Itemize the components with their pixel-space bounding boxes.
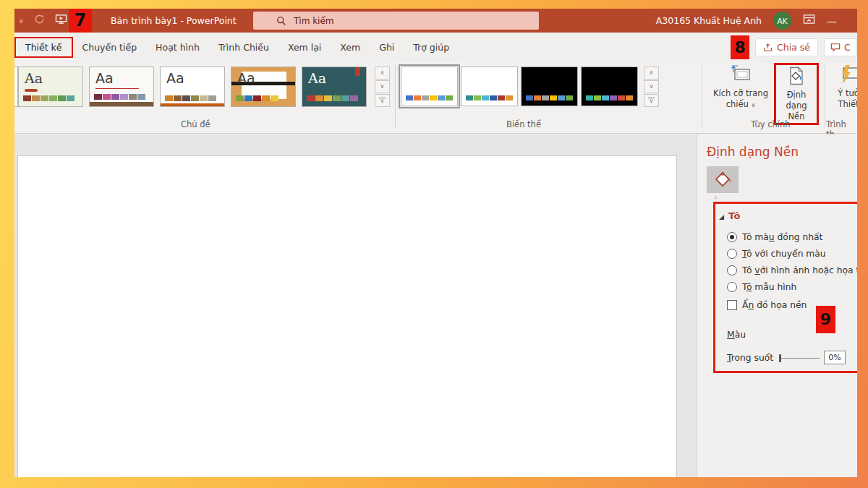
variants-group-label: Biến thể — [506, 119, 541, 129]
work-area: Định dạng Nền ∧ ◢Tô Tô màu đồng — [14, 134, 857, 477]
title-bar: ∨ 7 Bản trình bày1 - PowerPoint Tìm kiếm… — [14, 9, 857, 33]
theme-thumbnail[interactable]: Aa — [18, 67, 83, 107]
customize-group-label: Tùy chỉnh — [751, 119, 791, 129]
document-title: Bản trình bày1 - PowerPoint — [111, 9, 237, 33]
transparency-value-field[interactable]: 0% — [824, 351, 846, 364]
redo-icon[interactable] — [34, 14, 45, 27]
variant-thumbnail[interactable] — [581, 67, 638, 106]
group-separator — [825, 64, 825, 128]
checkbox-icon[interactable] — [727, 300, 737, 310]
theme-thumbnail[interactable]: Aa — [89, 67, 154, 107]
themes-scroll-up-icon[interactable]: ∧ — [375, 67, 390, 80]
transparency-label: Trong suốt — [727, 353, 773, 363]
slide-canvas[interactable] — [17, 155, 677, 477]
transparency-slider[interactable] — [779, 354, 820, 362]
search-bar[interactable]: Tìm kiếm — [253, 12, 539, 30]
paint-bucket-icon — [712, 170, 733, 190]
group-separator — [702, 64, 702, 128]
slide-size-label-line1: Kích cỡ trang — [713, 88, 768, 99]
theme-swatches — [165, 95, 216, 101]
tab-thiet-ke[interactable]: Thiết kế — [14, 37, 73, 58]
account-name[interactable]: A30165 Khuất Huệ Anh — [656, 15, 762, 26]
theme-thumbnail[interactable]: Aa — [231, 67, 296, 107]
avatar[interactable]: AK — [773, 12, 791, 30]
theme-swatches — [94, 94, 145, 100]
powerpoint-window: ∨ 7 Bản trình bày1 - PowerPoint Tìm kiếm… — [14, 9, 857, 477]
option-gradient-fill[interactable]: Tô với chuyển màu — [727, 249, 826, 259]
theme-swatches — [307, 95, 358, 101]
variant-swatches — [586, 95, 633, 100]
variants-gallery-scrollbar: ∧ ∨ ∨ — [644, 67, 659, 107]
tab-hoat-hinh[interactable]: Hoạt hình — [146, 38, 209, 56]
tab-tro-giup[interactable]: Trợ giúp — [404, 38, 459, 56]
variant-thumbnail-selected[interactable] — [401, 67, 458, 106]
theme-swatches — [236, 95, 278, 101]
option-solid-fill[interactable]: Tô màu đồng nhất — [727, 232, 822, 242]
option-hide-background-graphics[interactable]: Ẩn đồ họa nền — [727, 300, 807, 310]
variants-scroll-up-icon[interactable]: ∧ — [644, 67, 659, 80]
share-icon — [763, 43, 773, 52]
design-ideas-button[interactable]: Ý tưở Thiết — [830, 65, 857, 110]
design-ideas-icon — [838, 65, 857, 84]
theme-swatches — [23, 95, 75, 101]
share-label: Chia sẻ — [777, 42, 810, 53]
option-picture-texture-fill[interactable]: Tô với hình ảnh hoặc họa tiết — [727, 265, 857, 275]
annotation-8: 8 — [731, 35, 749, 59]
radio-icon[interactable] — [727, 249, 737, 259]
annotation-7: 7 — [69, 9, 92, 33]
radio-selected-icon[interactable] — [727, 232, 737, 242]
fill-bucket-button[interactable] — [707, 166, 739, 193]
format-background-button[interactable]: Định dạng Nền — [774, 63, 819, 125]
variants-scroll-down-icon[interactable]: ∨ — [644, 80, 659, 93]
variant-thumbnail[interactable] — [461, 67, 518, 106]
panel-title: Định dạng Nền — [707, 145, 799, 159]
variants-gallery-expand-icon[interactable]: ∨ — [644, 94, 659, 107]
slide-size-icon — [731, 65, 751, 84]
theme-thumbnail[interactable]: Aa — [160, 67, 225, 107]
radio-icon[interactable] — [727, 282, 737, 292]
themes-gallery: Aa Aa Aa Aa Aa — [18, 67, 367, 107]
fill-header-label: Tô — [728, 210, 741, 221]
transparency-row: Trong suốt 0% — [727, 351, 846, 364]
radio-icon[interactable] — [727, 265, 737, 275]
option-pattern-fill[interactable]: Tô mẫu hình — [727, 282, 796, 292]
tab-xem-lai[interactable]: Xem lại — [278, 38, 331, 56]
themes-gallery-scrollbar: ∧ ∨ ∨ — [375, 67, 390, 107]
slider-thumb[interactable] — [779, 354, 781, 362]
themes-gallery-expand-icon[interactable]: ∨ — [375, 94, 390, 107]
slide-size-button[interactable]: Kích cỡ trang chiếu ∨ — [709, 65, 773, 110]
color-label[interactable]: Màu — [727, 330, 746, 340]
search-placeholder: Tìm kiếm — [294, 16, 334, 26]
search-icon — [276, 16, 286, 26]
tab-chuyen-tiep[interactable]: Chuyển tiếp — [73, 38, 147, 56]
variant-thumbnail[interactable] — [521, 67, 578, 106]
ribbon-display-options-icon[interactable] — [803, 14, 815, 27]
themes-scroll-down-icon[interactable]: ∨ — [375, 80, 390, 93]
tab-trinh-chieu[interactable]: Trình Chiếu — [209, 38, 278, 56]
variants-gallery — [401, 67, 638, 106]
variant-swatches — [466, 95, 513, 100]
annotation-fill-section-box: ◢Tô Tô màu đồng nhất Tô với chuyển màu T… — [713, 202, 857, 373]
tutorial-gradient-frame: ∨ 7 Bản trình bày1 - PowerPoint Tìm kiếm… — [0, 0, 868, 488]
annotation-9: 9 — [816, 306, 835, 333]
qat-customize-icon[interactable]: ∨ — [19, 17, 24, 25]
fill-section-header[interactable]: ◢Tô — [719, 210, 741, 221]
panel-collapse-chevron-icon[interactable]: ∧ — [713, 194, 718, 201]
collapse-triangle-icon: ◢ — [719, 213, 724, 221]
share-button[interactable]: Chia sẻ — [755, 38, 818, 56]
design-ideas-label-line1: Ý tưở — [838, 88, 857, 99]
comment-icon — [830, 43, 841, 52]
comments-button[interactable]: C — [824, 38, 857, 56]
quick-access-toolbar: ∨ — [19, 14, 67, 27]
minimize-button[interactable]: — — [827, 15, 837, 27]
tab-xem[interactable]: Xem — [331, 38, 370, 56]
variant-swatches — [406, 95, 453, 100]
design-ideas-label-line2: Thiết — [838, 99, 857, 110]
tab-ghi[interactable]: Ghi — [370, 38, 404, 56]
group-separator — [395, 64, 396, 128]
theme-thumbnail[interactable]: Aa — [302, 67, 367, 107]
start-slideshow-icon[interactable] — [55, 14, 67, 27]
format-background-icon — [787, 67, 806, 85]
themes-group-label: Chủ đề — [181, 119, 210, 129]
format-background-label-line1: Định — [787, 90, 807, 100]
